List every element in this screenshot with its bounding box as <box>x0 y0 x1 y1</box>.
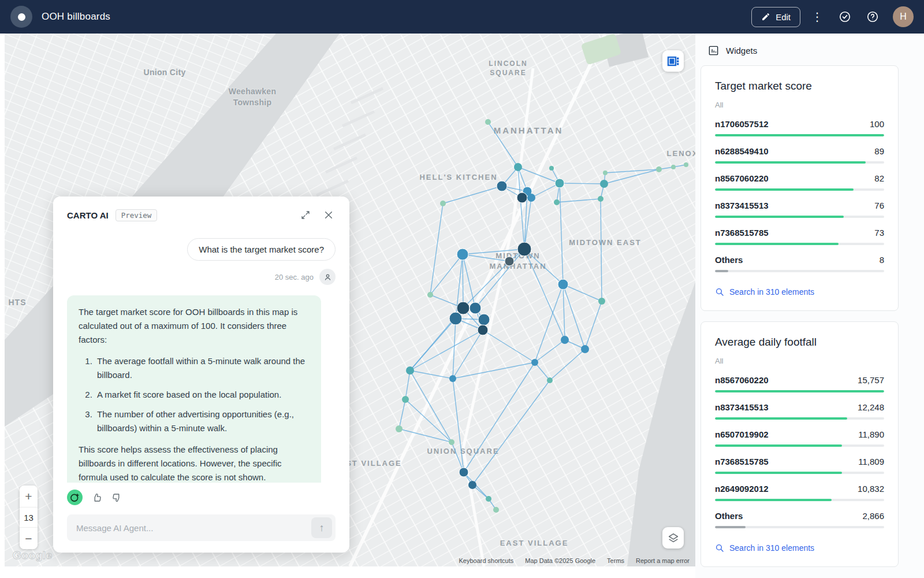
widget-row[interactable]: n1706057512100 <box>715 119 884 136</box>
user-message-bubble: What is the target market score? <box>187 238 336 261</box>
widget-row-label: n8373415513 <box>715 402 769 412</box>
billboard-node[interactable] <box>449 375 456 382</box>
billboard-node[interactable] <box>598 298 605 305</box>
search-elements-link[interactable]: Search in 310 elements <box>715 287 814 297</box>
billboard-node[interactable] <box>598 196 603 202</box>
widget-card: Average daily footfallAlln856706022015,7… <box>701 321 899 567</box>
billboard-node[interactable] <box>396 425 403 432</box>
billboard-node[interactable] <box>549 166 554 171</box>
expand-chat-button[interactable] <box>297 207 314 223</box>
thumbs-up-button[interactable] <box>92 492 102 503</box>
billboard-node[interactable] <box>485 119 491 125</box>
billboard-node[interactable] <box>656 166 662 172</box>
help-button[interactable] <box>862 6 884 28</box>
billboard-node[interactable] <box>486 496 491 502</box>
user-avatar[interactable]: H <box>893 6 914 27</box>
network-edge <box>410 330 483 370</box>
billboard-node[interactable] <box>478 325 488 335</box>
billboard-node[interactable] <box>547 377 553 383</box>
attribution-link[interactable]: Terms <box>607 557 624 564</box>
send-message-button[interactable]: ↑ <box>311 517 332 538</box>
network-edge <box>405 370 410 399</box>
widget-row[interactable]: Others2,866 <box>715 511 884 528</box>
billboard-node[interactable] <box>440 201 446 206</box>
basemap-selector-button[interactable] <box>662 527 684 549</box>
thumbs-down-button[interactable] <box>111 492 122 503</box>
network-edge <box>518 167 527 191</box>
network-edge <box>472 485 489 499</box>
billboard-node[interactable] <box>671 165 676 169</box>
widget-row-bar-fill <box>715 499 832 501</box>
widget-row-bar <box>715 472 884 474</box>
billboard-node[interactable] <box>468 481 476 489</box>
network-edge <box>410 370 453 379</box>
billboard-node[interactable] <box>470 302 481 314</box>
widget-row[interactable]: n736851578573 <box>715 228 884 245</box>
network-edge <box>464 472 489 499</box>
billboard-node[interactable] <box>558 279 568 290</box>
billboard-node[interactable] <box>527 194 535 202</box>
widget-row-bar-fill <box>715 444 842 447</box>
network-edge <box>410 318 456 370</box>
zoom-level: 13 <box>20 507 38 528</box>
validation-status-button[interactable] <box>834 6 856 28</box>
widget-row[interactable]: n856706022082 <box>715 173 884 191</box>
billboard-node[interactable] <box>478 314 490 325</box>
expand-icon <box>301 210 310 220</box>
widget-row[interactable]: n628854941089 <box>715 146 884 164</box>
billboard-node[interactable] <box>402 396 409 403</box>
map-district-label: EAST VILLAGE <box>500 538 569 549</box>
billboard-node[interactable] <box>457 302 470 314</box>
billboard-node[interactable] <box>493 507 499 513</box>
widget-row[interactable]: n650701990211,890 <box>715 429 884 447</box>
attribution-link[interactable]: Keyboard shortcuts <box>459 557 513 564</box>
google-logo[interactable]: Google <box>13 549 52 562</box>
widget-row[interactable]: n856706022015,757 <box>715 375 884 392</box>
widget-row[interactable]: Others8 <box>715 255 884 272</box>
attribution-link[interactable]: Report a map error <box>636 557 690 564</box>
search-elements-link[interactable]: Search in 310 elements <box>715 543 814 553</box>
widget-row-bar-fill <box>715 390 884 392</box>
billboard-node[interactable] <box>561 336 569 344</box>
billboard-node[interactable] <box>457 249 468 260</box>
billboard-node[interactable] <box>449 439 454 445</box>
ai-response-list-item: The average footfall within a 5-minute w… <box>95 354 310 382</box>
billboard-node[interactable] <box>459 468 468 477</box>
network-edge <box>483 320 484 330</box>
widget-row[interactable]: n264909201210,832 <box>715 484 884 501</box>
map-canvas[interactable]: Union CityWeehawkenTownshipLINCOLNSQUARE… <box>5 34 695 566</box>
billboard-node[interactable] <box>600 180 608 188</box>
billboard-node[interactable] <box>603 171 608 175</box>
zoom-in-button[interactable]: + <box>20 486 38 507</box>
billboard-node[interactable] <box>406 366 414 375</box>
attribution-link[interactable]: Map Data ©2025 Google <box>525 557 595 564</box>
close-chat-button[interactable] <box>321 207 337 223</box>
billboard-node[interactable] <box>684 162 688 167</box>
billboard-node[interactable] <box>523 187 532 196</box>
network-edge <box>453 330 483 379</box>
billboard-node[interactable] <box>531 359 538 366</box>
edit-button[interactable]: Edit <box>751 7 800 27</box>
check-circle-icon <box>839 10 851 23</box>
widget-row[interactable]: n837341551312,248 <box>715 402 884 420</box>
billboard-node[interactable] <box>554 199 560 205</box>
zoom-out-button[interactable]: − <box>20 528 38 549</box>
chat-message-input[interactable] <box>76 517 311 539</box>
app-logo[interactable] <box>10 6 32 28</box>
billboard-node[interactable] <box>581 345 589 353</box>
widget-row[interactable]: n837341551376 <box>715 201 884 218</box>
billboard-node[interactable] <box>555 179 564 188</box>
billboard-node[interactable] <box>449 312 462 325</box>
network-edge <box>472 380 550 485</box>
billboard-node[interactable] <box>514 163 522 171</box>
more-options-button[interactable]: ⋮ <box>806 6 828 28</box>
billboard-node[interactable] <box>497 181 507 191</box>
network-edge <box>557 183 560 202</box>
widget-row[interactable]: n736851578511,809 <box>715 457 884 474</box>
widget-row-bar <box>715 526 884 528</box>
billboard-node[interactable] <box>427 292 433 298</box>
map-district-label: Union City <box>144 67 186 78</box>
legend-panel-toggle-button[interactable] <box>662 50 684 72</box>
network-edge <box>502 186 522 198</box>
billboard-node[interactable] <box>517 192 527 203</box>
